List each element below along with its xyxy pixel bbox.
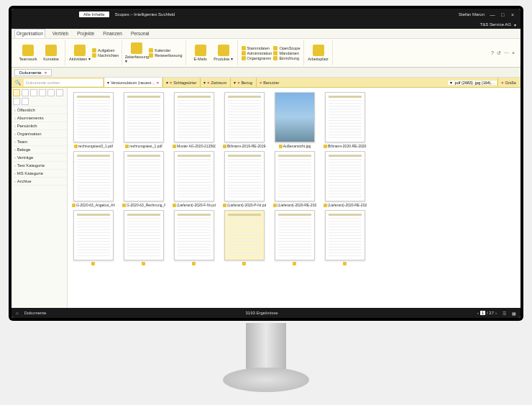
file-icon [122,204,126,207]
kalender-button[interactable]: Kalender [149,48,182,53]
filter-benutzer[interactable]: ×Benutzer [256,78,282,87]
document-thumbnail[interactable]: (Lieferant)-2020-P-Nr.pdf [223,151,266,207]
help-icon[interactable]: ? [491,50,494,55]
file-icon [324,204,327,207]
tree-item[interactable]: ›Abonnements [12,114,67,122]
filter-zeitraum[interactable]: ▾×Zeitraum [200,78,229,87]
history-icon[interactable]: ↺ [497,50,501,56]
prev-page-button[interactable]: ‹ [477,311,479,315]
filter-schlagwoerter[interactable]: ▾×Schlagwörter [162,78,199,87]
tab-projekte[interactable]: Projekte [75,29,96,37]
nachrichten-button[interactable]: Nachrichten [92,53,119,58]
administration-button[interactable]: Administration [242,51,272,55]
teamwork-button[interactable]: Teamwork [17,45,39,61]
page-preview [174,210,214,260]
close-button[interactable]: × [508,12,518,17]
aufgaben-button[interactable]: Aufgaben [92,48,119,53]
openscope-button[interactable]: OpenScope [273,46,300,50]
scope-dropdown[interactable]: Alle Inhalte [79,12,109,17]
filter-filetype-tag[interactable]: ▾.pdf (2683) .jpg (164)… [448,81,497,85]
page-preview [224,210,265,260]
document-thumbnail[interactable]: (Lieferant)-2020-RE-2020-16.pdf [273,151,316,207]
collapse-ribbon-icon[interactable]: × [512,50,515,55]
document-thumbnail[interactable] [72,210,115,265]
einrichtung-button[interactable]: Einrichtung [273,56,300,60]
dropdown-icon[interactable]: ⋯ [504,50,509,56]
view-icon[interactable] [56,89,63,96]
document-thumbnail[interactable]: (Lieferant)-2020-RE-2020-16.pdf [324,151,367,207]
tree-item[interactable]: ›MS Kategorie [12,170,67,178]
document-thumbnail[interactable] [223,210,266,265]
tree-item[interactable]: ›Archive [12,178,67,186]
next-page-button[interactable]: › [495,311,497,315]
thumbnail-caption: rechnungstest3_1.pdf [74,144,113,148]
thumbnail-caption: Billmann-2019-RE-2019-0831.pdf [223,144,266,148]
tab-finanzen[interactable]: Finanzen [101,29,124,37]
document-thumbnail[interactable]: Außenansicht.jpg [273,92,316,148]
reiseerfassung-button[interactable]: Reiseerfassung [149,53,182,58]
filter-groesse[interactable]: ×Größe [497,78,519,87]
file-icon [223,145,226,148]
document-thumbnail[interactable]: (Lieferant)-2020-F-Nr.pdf [173,151,216,207]
emails-button[interactable]: E-Mails [190,45,211,61]
document-thumbnail[interactable]: G-2020-63_Rechnung_RE-2020-83… [122,151,165,207]
mandanten-button[interactable]: Mandanten [273,51,300,55]
view-grid-icon[interactable]: ▦ [512,311,516,316]
page-preview [73,151,114,201]
tree-item[interactable]: ›Organisation [12,130,67,138]
tab-dokumente[interactable]: Dokumente × [14,69,52,76]
kontakte-icon [45,45,57,56]
document-thumbnail[interactable] [324,210,367,265]
document-thumbnail[interactable]: Billmann-2020-RE-2020-1.pdf [324,92,367,148]
arbeitsplatz-button[interactable]: Arbeitsplatz [308,45,329,61]
page-input[interactable]: 1 [480,311,485,315]
organigramm-button[interactable]: Organigramm [242,56,272,60]
zeiterfassung-button[interactable]: Zeiterfassung ▾ [126,42,147,63]
kontakte-button[interactable]: Kontakte [40,45,62,61]
maximize-button[interactable]: □ [497,12,508,17]
company-label[interactable]: T&S Service AG [480,22,511,27]
stammdaten-button[interactable]: Stammdaten [242,46,272,50]
document-thumbnail[interactable] [173,210,216,265]
close-icon[interactable]: × [45,70,47,75]
tab-personal[interactable]: Personal [129,29,151,37]
tab-organisation[interactable]: Organisation [14,29,45,38]
view-icon[interactable] [22,98,29,105]
minimize-button[interactable]: — [487,12,497,17]
tree-item[interactable]: ›Team [12,138,67,146]
tree-item[interactable]: ›Persönlich [12,122,67,130]
nachrichten-icon [92,53,96,58]
ribbon: Teamwork Kontakte Aktivitäten ▾ Aufgaben… [12,39,520,68]
page-preview [275,92,315,142]
tab-vertrieb[interactable]: Vertrieb [51,29,70,37]
thumbnail-grid[interactable]: rechnungstest3_1.pdfrechnungstest_1.pdfM… [68,88,520,308]
view-icon[interactable] [47,89,55,96]
view-list-icon[interactable]: ☰ [503,311,506,316]
search-input[interactable]: Dokumente suchen [24,79,103,86]
tree-item[interactable]: ›Belege [12,146,67,154]
view-icon[interactable] [30,89,37,96]
document-thumbnail[interactable]: Muster AG-2020-212560833.pdf [173,92,216,148]
document-thumbnail[interactable]: rechnungstest_1.pdf [122,92,165,148]
produkte-button[interactable]: Produkte ▾ [213,45,234,61]
status-context: Dokumente [24,311,47,315]
document-thumbnail[interactable]: G-2020-63_Angebot_AN-2020-14… [72,151,115,207]
aktivitaeten-button[interactable]: Aktivitäten ▾ [69,45,91,61]
view-icon[interactable] [13,89,20,96]
view-icon[interactable] [39,89,46,96]
tree-item[interactable]: ›Öffentlich [12,106,67,114]
filter-bezug[interactable]: ▾×Bezug [230,78,255,87]
document-thumbnail[interactable]: Billmann-2019-RE-2019-0831.pdf [223,92,266,148]
view-icon[interactable] [13,98,20,105]
kalender-icon [149,48,153,53]
page-preview [73,92,114,142]
view-icon[interactable] [22,89,29,96]
filter-versionsdatum[interactable]: ▾Versionsdatum (neuest…× [104,78,162,87]
document-thumbnail[interactable] [122,210,165,265]
tree-item[interactable]: ›Test Kategorie [12,162,67,170]
tree-item[interactable]: ›Verträge [12,154,67,162]
document-thumbnail[interactable] [273,210,316,265]
user-label[interactable]: Stefan Maron [459,12,485,17]
status-home-icon[interactable]: ⌂ [16,311,19,315]
document-thumbnail[interactable]: rechnungstest3_1.pdf [72,92,115,148]
